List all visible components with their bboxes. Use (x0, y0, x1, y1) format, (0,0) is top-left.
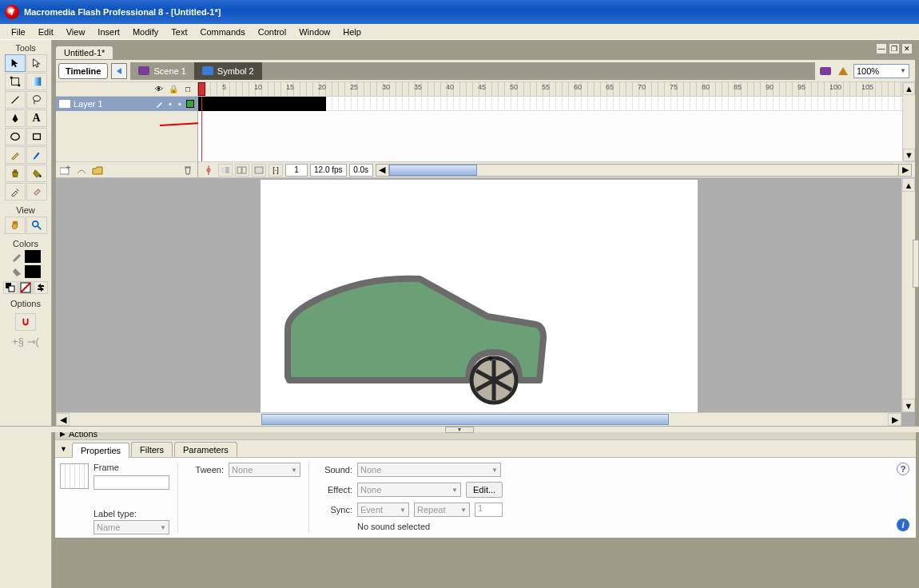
free-transform-tool[interactable] (5, 73, 26, 90)
scroll-up-icon[interactable]: ▲ (903, 82, 915, 95)
delete-layer-button[interactable] (181, 164, 194, 177)
document-tab[interactable]: Untitled-1* (55, 46, 113, 59)
zoom-combo[interactable]: 100%▼ (853, 64, 909, 78)
collapse-icon[interactable]: ▼ (60, 445, 67, 453)
selected-frames[interactable] (198, 97, 326, 111)
timeline-vertical-scrollbar[interactable]: ▲ ▼ (902, 82, 915, 161)
zoom-tool[interactable] (26, 217, 47, 234)
tab-properties[interactable]: Properties (72, 443, 129, 458)
menu-control[interactable]: Control (252, 26, 292, 38)
insert-folder-button[interactable] (91, 164, 104, 177)
stage-vertical-scrollbar[interactable]: ▲▼ (901, 178, 915, 412)
edit-sound-button[interactable]: Edit... (466, 482, 503, 498)
subselection-tool[interactable] (26, 54, 47, 72)
text-tool[interactable]: A (26, 109, 47, 127)
menu-modify[interactable]: Modify (126, 26, 165, 38)
pen-tool[interactable] (5, 109, 26, 127)
tab-filters[interactable]: Filters (131, 442, 173, 457)
rectangle-tool[interactable] (26, 128, 47, 145)
scrollbar-thumb[interactable] (389, 165, 477, 176)
fill-color-swatch[interactable] (25, 265, 41, 278)
onion-skin-outlines-button[interactable] (235, 164, 249, 177)
menu-view[interactable]: View (60, 26, 92, 38)
swap-colors-button[interactable] (34, 281, 48, 294)
timeline-horizontal-scrollbar[interactable]: ◀ ▶ (376, 164, 912, 177)
options-section-label: Options (10, 299, 41, 308)
tab-parameters[interactable]: Parameters (174, 442, 237, 457)
effect-combo[interactable]: None▼ (357, 483, 461, 497)
ink-bottle-tool[interactable] (5, 165, 26, 182)
effect-label: Effect: (319, 485, 352, 495)
edit-symbol-button[interactable] (836, 64, 850, 78)
layer-outline-swatch[interactable] (186, 100, 194, 108)
pencil-tool[interactable] (5, 146, 26, 164)
timeline-toggle-button[interactable]: Timeline (58, 63, 108, 79)
menu-text[interactable]: Text (165, 26, 193, 38)
default-colors-button[interactable] (3, 281, 18, 294)
symbol-breadcrumb[interactable]: Symbol 2 (194, 62, 262, 80)
menu-insert[interactable]: Insert (91, 26, 126, 38)
eyedropper-tool[interactable] (5, 183, 26, 201)
line-tool[interactable] (5, 91, 26, 109)
selection-tool[interactable] (5, 54, 26, 72)
eye-column-icon[interactable]: 👁 (154, 85, 164, 93)
stage-area[interactable]: + ▲▼ ◀▶ (56, 178, 915, 426)
menu-commands[interactable]: Commands (193, 26, 251, 38)
doc-minimize-button[interactable]: — (876, 43, 887, 54)
hand-tool[interactable] (5, 217, 26, 234)
doc-restore-button[interactable]: ❐ (889, 43, 900, 54)
center-frame-button[interactable] (201, 164, 216, 177)
modify-onion-markers-button[interactable]: [·] (269, 164, 283, 177)
scroll-right-icon[interactable]: ▶ (898, 165, 911, 176)
stage-horizontal-scrollbar[interactable]: ◀▶ (56, 412, 901, 426)
pencil-icon (11, 251, 22, 262)
edit-multiple-frames-button[interactable] (252, 164, 266, 177)
timeline-status-bar: [·] 1 12.0 fps 0.0s ◀ ▶ (198, 161, 915, 177)
repeat-count-input[interactable]: 1 (475, 503, 503, 517)
frames-track[interactable] (198, 97, 915, 161)
info-icon[interactable]: i (897, 518, 909, 531)
paint-bucket-tool[interactable] (26, 165, 47, 182)
doc-close-button[interactable]: ✕ (901, 43, 913, 54)
sound-combo[interactable]: None▼ (357, 463, 501, 477)
brush-tool[interactable] (26, 146, 47, 164)
sync-combo[interactable]: Event▼ (357, 503, 409, 517)
outline-column-icon[interactable]: □ (183, 85, 193, 93)
label-type-combo[interactable]: Name▼ (93, 520, 169, 534)
playhead-marker[interactable] (198, 82, 205, 96)
layer-locked-dot[interactable]: • (177, 101, 183, 107)
snap-option-button[interactable] (15, 313, 36, 331)
scene-icon (138, 66, 149, 75)
repeat-combo[interactable]: Repeat▼ (414, 503, 470, 517)
eraser-tool[interactable] (26, 183, 47, 201)
lock-column-icon[interactable]: 🔒 (169, 85, 178, 93)
insert-layer-button[interactable]: + (59, 164, 72, 177)
tween-combo[interactable]: None▼ (229, 463, 300, 477)
panel-resize-grip[interactable] (0, 426, 919, 432)
back-button[interactable] (111, 63, 127, 79)
svg-rect-15 (820, 67, 831, 75)
menu-window[interactable]: Window (292, 26, 336, 38)
add-motion-guide-button[interactable] (75, 164, 88, 177)
svg-rect-24 (242, 167, 246, 173)
onion-skin-button[interactable] (218, 164, 233, 177)
layer-row[interactable]: Layer 1 • • (56, 97, 197, 111)
menu-help[interactable]: Help (336, 26, 368, 38)
menu-edit[interactable]: Edit (32, 26, 60, 38)
oval-tool[interactable] (5, 128, 26, 145)
scene-breadcrumb[interactable]: Scene 1 (130, 62, 193, 80)
scroll-left-icon[interactable]: ◀ (376, 165, 389, 176)
lasso-tool[interactable] (26, 91, 47, 109)
gradient-transform-tool[interactable] (26, 73, 47, 90)
edit-scene-button[interactable] (818, 64, 833, 78)
help-icon[interactable]: ? (897, 463, 909, 475)
scroll-down-icon[interactable]: ▼ (903, 149, 915, 161)
layer-visible-dot[interactable]: • (167, 101, 173, 107)
menu-file[interactable]: File (5, 26, 32, 38)
timeline-ruler[interactable]: 5 10 15 20 25 30 35 40 45 50 55 60 65 70 (198, 82, 915, 97)
frame-label-input[interactable] (93, 475, 169, 490)
no-color-button[interactable] (18, 281, 33, 294)
collapsed-panel-tab[interactable] (913, 240, 919, 288)
stroke-color-swatch[interactable] (25, 250, 41, 263)
frame-type-label: Frame (93, 463, 169, 472)
